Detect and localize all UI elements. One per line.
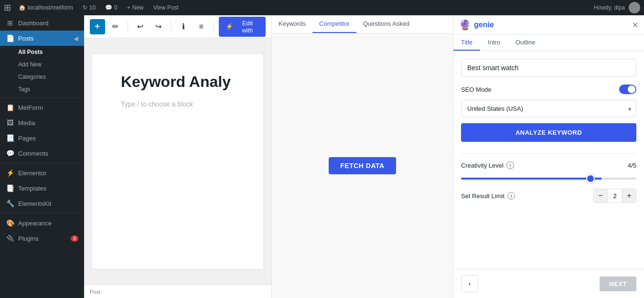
comments-link[interactable]: 💬 0 [103, 0, 119, 15]
undo-icon: ↩ [137, 22, 143, 31]
sidebar-item-posts[interactable]: 📄 Posts ◀ [0, 31, 84, 46]
elementor-e-icon: ⚡ [225, 23, 233, 30]
creativity-slider-container [461, 174, 636, 181]
add-block-button[interactable]: + [90, 19, 105, 34]
editor-toolbar: + ✏ ↩ ↪ ℹ ≡ ⚡ Edit with [84, 15, 271, 38]
pencil-icon: ✏ [112, 22, 118, 31]
plus-icon: + [127, 4, 130, 11]
subtab-intro[interactable]: Intro [480, 35, 508, 51]
redo-button[interactable]: ↪ [150, 19, 166, 34]
creativity-row: Creativity Level i 4/5 [461, 161, 636, 169]
comments-icon: 💬 [6, 149, 14, 157]
panel-subtabs: Title Intro Outline [453, 35, 644, 51]
info-button[interactable]: ℹ [176, 19, 191, 34]
fetch-data-button[interactable]: FETCH DATA [329, 157, 396, 174]
editor-page[interactable]: Keyword Analy Type / to choose a block [92, 53, 264, 269]
country-select-wrapper: United States (USA) United Kingdom (UK) … [461, 100, 636, 117]
next-button[interactable]: NEXT [600, 277, 636, 291]
sidebar-item-metform[interactable]: 📋 MetForm [0, 100, 84, 115]
sidebar-divider-2 [0, 163, 84, 163]
seo-mode-toggle[interactable] [619, 85, 636, 94]
edit-with-button[interactable]: ⚡ Edit with [219, 17, 266, 37]
back-icon: ‹ [469, 280, 471, 287]
analyze-keyword-button[interactable]: ANALYZE KEYWORD [461, 123, 636, 142]
new-content-link[interactable]: + New [125, 0, 146, 15]
editor-placeholder[interactable]: Type / to choose a block [121, 100, 235, 108]
panel-body: SEO Mode United States (USA) United King… [453, 51, 644, 269]
updates-link[interactable]: ↻ 10 [81, 0, 97, 15]
country-select[interactable]: United States (USA) United Kingdom (UK) … [461, 100, 636, 117]
subtab-title[interactable]: Title [453, 35, 480, 51]
right-panel: 🔮 genie ✕ Title Intro Outline SEO Mode [453, 15, 644, 298]
creativity-value: 4/5 [628, 162, 636, 169]
sidebar-item-pages[interactable]: 📃 Pages [0, 130, 84, 146]
tab-competitor[interactable]: Competitor [312, 15, 356, 33]
dashboard-icon: ⊞ [6, 19, 14, 27]
subtab-outline[interactable]: Outline [508, 35, 543, 51]
editor-footer: Post [84, 285, 271, 298]
toolbar-divider-2 [171, 21, 171, 32]
stepper-increase-button[interactable]: + [623, 189, 636, 202]
wp-logo[interactable]: ⊞ [4, 2, 11, 13]
middle-panel: Keywords Competitor Questions Asked FETC… [271, 15, 453, 298]
sidebar-item-comments[interactable]: 💬 Comments [0, 146, 84, 161]
sidebar-item-elementor[interactable]: ⚡ Elementor [0, 165, 84, 181]
editor-area: + ✏ ↩ ↪ ℹ ≡ ⚡ Edit with [84, 15, 271, 298]
sidebar-sub-tags[interactable]: Tags [0, 83, 84, 96]
sidebar-item-elementskit[interactable]: 🔧 ElementsKit [0, 196, 84, 211]
undo-button[interactable]: ↩ [133, 19, 148, 34]
view-post-link[interactable]: View Post [151, 0, 181, 15]
appearance-icon: 🎨 [6, 219, 14, 227]
sidebar: ⊞ Dashboard 📄 Posts ◀ All Posts Add New … [0, 15, 84, 298]
pages-icon: 📃 [6, 134, 14, 142]
media-icon: 🖼 [6, 119, 14, 127]
redo-icon: ↪ [155, 22, 161, 31]
editor-content: Keyword Analy Type / to choose a block [84, 38, 271, 285]
post-type-label: Post [90, 289, 100, 295]
options-button[interactable]: ≡ [193, 19, 209, 34]
back-button[interactable]: ‹ [461, 275, 478, 292]
sidebar-divider-1 [0, 97, 84, 98]
sidebar-item-appearance[interactable]: 🎨 Appearance [0, 215, 84, 231]
avatar[interactable] [629, 2, 640, 13]
genie-logo-icon: 🔮 [459, 19, 471, 31]
plugins-badge: 6 [71, 235, 78, 242]
templates-icon: 📑 [6, 184, 14, 192]
sidebar-item-media[interactable]: 🖼 Media [0, 115, 84, 130]
panel-footer: ‹ NEXT [453, 269, 644, 298]
result-limit-label: Set Result Limit i [461, 192, 515, 200]
creativity-slider[interactable] [461, 178, 636, 180]
result-limit-info-icon[interactable]: i [507, 192, 515, 200]
edit-button[interactable]: ✏ [108, 19, 123, 34]
sidebar-sub-all-posts[interactable]: All Posts [0, 46, 84, 58]
middle-panel-body: FETCH DATA [272, 33, 453, 298]
sidebar-sub-add-new[interactable]: Add New [0, 58, 84, 71]
post-title[interactable]: Keyword Analy [121, 73, 235, 91]
panel-divider [461, 153, 636, 154]
posts-arrow: ◀ [74, 35, 78, 42]
title-input[interactable] [461, 59, 636, 77]
seo-mode-row: SEO Mode [461, 85, 636, 94]
toolbar-divider-3 [214, 21, 214, 32]
creativity-label: Creativity Level i [461, 161, 514, 169]
main-layout: ⊞ Dashboard 📄 Posts ◀ All Posts Add New … [0, 15, 644, 298]
home-icon: 🏠 [19, 4, 26, 11]
sidebar-divider-3 [0, 213, 84, 213]
sidebar-item-plugins[interactable]: 🔌 Plugins 6 [0, 231, 84, 246]
sidebar-item-dashboard[interactable]: ⊞ Dashboard [0, 15, 84, 31]
creativity-info-icon[interactable]: i [506, 161, 514, 169]
site-name-link[interactable]: 🏠 localhost/metform [17, 0, 75, 15]
stepper-decrease-button[interactable]: − [594, 189, 607, 202]
result-limit-row: Set Result Limit i − 2 + [461, 189, 636, 203]
plus-block-icon: + [95, 21, 100, 32]
middle-panel-tabs: Keywords Competitor Questions Asked [272, 15, 453, 33]
panel-close-button[interactable]: ✕ [632, 21, 638, 30]
sidebar-item-templates[interactable]: 📑 Templates [0, 181, 84, 196]
panel-logo: 🔮 genie [459, 19, 494, 31]
toolbar-divider-1 [128, 21, 128, 32]
tab-questions[interactable]: Questions Asked [356, 15, 417, 33]
toggle-knob [628, 85, 635, 93]
sidebar-sub-categories[interactable]: Categories [0, 71, 84, 83]
tab-keywords[interactable]: Keywords [272, 15, 312, 33]
panel-header: 🔮 genie ✕ [453, 15, 644, 35]
